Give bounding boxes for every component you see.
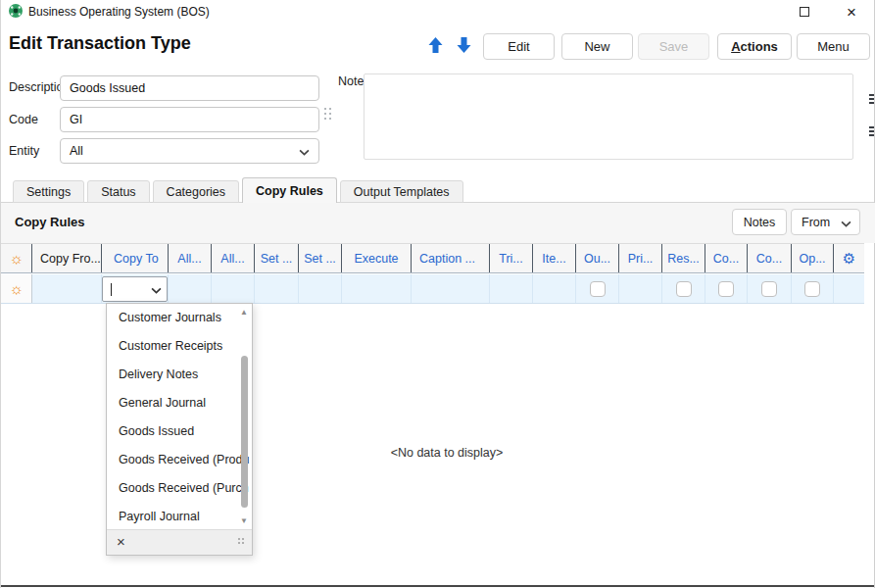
window-bottom-edge bbox=[1, 585, 874, 587]
actions-button-label: Actions bbox=[731, 39, 778, 54]
maximize-button[interactable] bbox=[788, 0, 821, 24]
new-row-checkbox-ou[interactable] bbox=[590, 281, 606, 297]
dropdown-item[interactable]: Goods Received (Purch bbox=[107, 474, 252, 503]
dropdown-list: Customer Journals Customer Receipts Deli… bbox=[107, 304, 252, 530]
column-header-all-1[interactable]: All... bbox=[169, 244, 212, 272]
menu-button[interactable]: Menu bbox=[797, 33, 870, 60]
new-row-cell-caption[interactable] bbox=[412, 274, 490, 303]
tab-status[interactable]: Status bbox=[87, 180, 149, 203]
new-row-cell-execute[interactable] bbox=[342, 274, 412, 303]
entity-select-value: All bbox=[70, 144, 83, 158]
app-window: Business Operating System (BOS) × Edit T… bbox=[0, 0, 875, 588]
move-down-button[interactable] bbox=[454, 35, 473, 55]
new-row-cell-tri[interactable] bbox=[490, 274, 533, 303]
new-row-cell-all-1[interactable] bbox=[169, 274, 212, 303]
dropdown-resize-grip[interactable] bbox=[238, 538, 244, 544]
form-splitter-handle[interactable] bbox=[324, 108, 331, 120]
column-header-ite[interactable]: Ite... bbox=[533, 244, 576, 272]
note-textarea[interactable] bbox=[364, 74, 853, 160]
right-edge-grip[interactable] bbox=[869, 94, 874, 104]
clear-selection-button[interactable]: × bbox=[117, 533, 125, 551]
new-row-cell-gear bbox=[834, 274, 864, 303]
maximize-icon bbox=[800, 7, 809, 17]
close-icon: × bbox=[847, 4, 856, 21]
customize-columns-button[interactable]: ⚙ bbox=[834, 244, 864, 272]
gear-icon: ⚙ bbox=[843, 251, 855, 266]
new-row-checkbox-res[interactable] bbox=[676, 281, 692, 297]
new-row-checkbox-co-1[interactable] bbox=[718, 281, 734, 297]
tabstrip: Settings Status Categories Copy Rules Ou… bbox=[13, 177, 463, 203]
grid-header-row: ☼ Copy Fro... Copy To All... All... Set … bbox=[1, 243, 864, 273]
new-row-cell-all-2[interactable] bbox=[212, 274, 255, 303]
new-row-cell-co-1[interactable] bbox=[705, 274, 748, 303]
right-edge-grip[interactable] bbox=[869, 126, 874, 136]
actions-button[interactable]: Actions bbox=[717, 33, 792, 60]
tab-copy-rules[interactable]: Copy Rules bbox=[242, 177, 337, 203]
new-row-checkbox-op[interactable] bbox=[804, 281, 820, 297]
app-icon bbox=[8, 3, 24, 19]
notes-button[interactable]: Notes bbox=[732, 209, 787, 235]
new-row-cell-op[interactable] bbox=[792, 274, 834, 303]
column-header-set-2[interactable]: Set ... bbox=[299, 244, 342, 272]
column-header-res[interactable]: Res... bbox=[662, 244, 705, 272]
column-header-tri[interactable]: Tri... bbox=[490, 244, 533, 272]
tab-categories[interactable]: Categories bbox=[153, 180, 239, 203]
dropdown-item[interactable]: General Journal bbox=[107, 389, 252, 417]
close-button[interactable]: × bbox=[835, 0, 868, 24]
new-row-cell-res[interactable] bbox=[662, 274, 705, 303]
column-header-copy-to[interactable]: Copy To bbox=[102, 244, 169, 272]
new-row-cell-set-1[interactable] bbox=[255, 274, 299, 303]
save-button[interactable]: Save bbox=[638, 33, 709, 60]
column-header-ou[interactable]: Ou... bbox=[576, 244, 619, 272]
new-row-cell-ite[interactable] bbox=[533, 274, 576, 303]
column-header-execute[interactable]: Execute bbox=[342, 244, 412, 272]
move-up-button[interactable] bbox=[425, 35, 445, 55]
new-button[interactable]: New bbox=[561, 33, 633, 60]
column-header-op[interactable]: Op... bbox=[792, 244, 834, 272]
titlebar: Business Operating System (BOS) × bbox=[1, 0, 874, 24]
chevron-down-icon bbox=[151, 287, 162, 294]
from-selector-value: From bbox=[802, 216, 830, 229]
new-row-cell-set-2[interactable] bbox=[299, 274, 342, 303]
description-input[interactable] bbox=[60, 75, 319, 101]
new-row-cell-ou[interactable] bbox=[576, 274, 619, 303]
chevron-down-icon bbox=[841, 220, 851, 227]
code-label: Code bbox=[9, 113, 38, 126]
dropdown-item[interactable]: Customer Receipts bbox=[107, 332, 252, 361]
entity-select[interactable]: All bbox=[60, 138, 319, 164]
code-input[interactable] bbox=[60, 107, 319, 132]
dropdown-item[interactable]: Goods Issued bbox=[107, 417, 252, 446]
text-caret bbox=[111, 283, 112, 296]
new-row-checkbox-co-2[interactable] bbox=[761, 281, 777, 297]
dropdown-item[interactable]: Payroll Journal bbox=[107, 503, 252, 530]
new-row-cell-copy-to[interactable] bbox=[102, 274, 169, 303]
column-header-co-2[interactable]: Co... bbox=[748, 244, 792, 272]
dropdown-scrollbar[interactable]: ▲ ▼ bbox=[237, 304, 252, 530]
column-header-caption[interactable]: Caption ... bbox=[412, 244, 490, 272]
new-row-cell-pri[interactable] bbox=[619, 274, 662, 303]
edit-button[interactable]: Edit bbox=[483, 33, 555, 60]
down-arrow-icon bbox=[456, 36, 472, 54]
scroll-down-icon[interactable]: ▼ bbox=[240, 517, 248, 525]
copy-to-editor[interactable] bbox=[102, 276, 168, 302]
column-header-copy-from[interactable]: Copy Fro... bbox=[32, 244, 102, 272]
column-header-set-1[interactable]: Set ... bbox=[255, 244, 299, 272]
grid-new-row: ☼ bbox=[1, 274, 864, 304]
from-selector[interactable]: From bbox=[791, 209, 860, 235]
dropdown-item[interactable]: Customer Journals bbox=[107, 304, 252, 332]
note-label: Note bbox=[338, 74, 364, 88]
dropdown-item[interactable]: Goods Received (Produ bbox=[107, 446, 252, 474]
column-header-pri[interactable]: Pri... bbox=[619, 244, 662, 272]
column-header-co-1[interactable]: Co... bbox=[705, 244, 748, 272]
dropdown-footer: × bbox=[107, 529, 252, 555]
sun-indicator-icon: ☼ bbox=[9, 251, 24, 267]
scroll-up-icon[interactable]: ▲ bbox=[240, 309, 248, 317]
up-arrow-icon bbox=[427, 36, 444, 54]
scrollbar-thumb[interactable] bbox=[241, 356, 248, 508]
dropdown-item[interactable]: Delivery Notes bbox=[107, 361, 252, 389]
tab-settings[interactable]: Settings bbox=[13, 180, 84, 203]
column-header-all-2[interactable]: All... bbox=[212, 244, 255, 272]
tab-output-templates[interactable]: Output Templates bbox=[340, 180, 463, 203]
new-row-cell-copy-from[interactable] bbox=[32, 274, 102, 303]
new-row-cell-co-2[interactable] bbox=[748, 274, 792, 303]
